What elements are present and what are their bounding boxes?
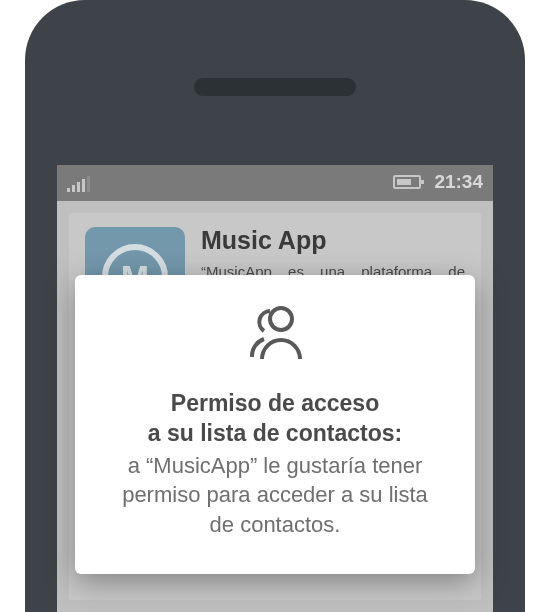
- contacts-icon: [240, 301, 310, 373]
- status-bar: 21:34: [57, 165, 493, 201]
- svg-point-0: [270, 308, 292, 330]
- battery-icon: [393, 175, 421, 189]
- phone-speaker: [194, 78, 356, 96]
- clock: 21:34: [434, 171, 483, 193]
- signal-icon: [67, 176, 90, 192]
- app-title: Music App: [201, 227, 465, 255]
- dialog-title: Permiso de acceso a su lista de contacto…: [107, 389, 443, 449]
- permission-dialog[interactable]: Permiso de acceso a su lista de contacto…: [75, 275, 475, 574]
- dialog-body: a “MusicApp” le gustaría tener permiso p…: [107, 451, 443, 540]
